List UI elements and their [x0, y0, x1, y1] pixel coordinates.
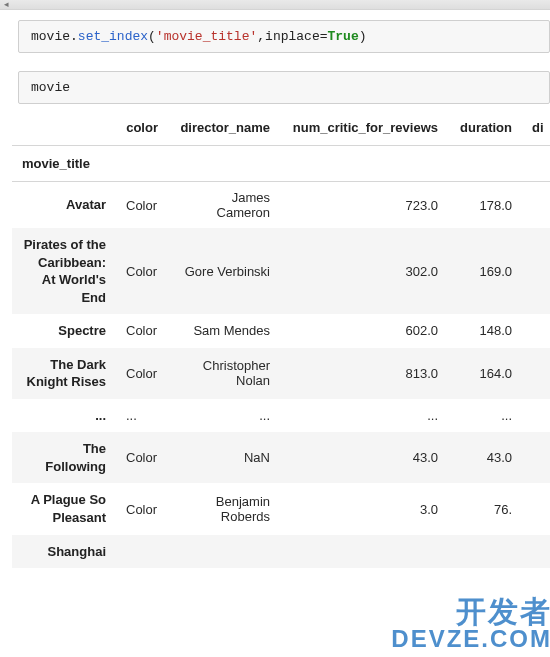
row-index: Avatar	[12, 182, 116, 229]
watermark-cn: 开发者	[391, 597, 550, 627]
cell-director	[168, 535, 280, 569]
col-header: director_name	[168, 110, 280, 146]
index-name-row: movie_title	[12, 146, 550, 182]
cell-color: Color	[116, 483, 168, 534]
cell-critic: 43.0	[280, 432, 448, 483]
col-header: num_critic_for_reviews	[280, 110, 448, 146]
chevron-left-icon: ◂	[4, 0, 9, 9]
cell-color: Color	[116, 228, 168, 314]
cell-critic: 813.0	[280, 348, 448, 399]
dataframe-table: color director_name num_critic_for_revie…	[12, 110, 550, 568]
cell-critic: 723.0	[280, 182, 448, 229]
cell-critic: 602.0	[280, 314, 448, 348]
cell-director: Gore Verbinski	[168, 228, 280, 314]
table-row: Shanghai	[12, 535, 550, 569]
cell-color: Color	[116, 348, 168, 399]
col-header: color	[116, 110, 168, 146]
table-row: Avatar Color James Cameron 723.0 178.0	[12, 182, 550, 229]
cell-director: Sam Mendes	[168, 314, 280, 348]
cell-critic	[280, 535, 448, 569]
table-row: A Plague So Pleasant Color Benjamin Robe…	[12, 483, 550, 534]
cell-critic: ...	[280, 399, 448, 433]
code-cell-show[interactable]: movie	[18, 71, 550, 104]
table-row: Pirates of the Caribbean: At World's End…	[12, 228, 550, 314]
code-arg: 'movie_title'	[156, 29, 257, 44]
watermark-en: DEVZE.COM	[391, 627, 550, 651]
code-kwparam: inplace	[265, 29, 320, 44]
cell-duration: 169.0	[448, 228, 522, 314]
code-cell-set-index[interactable]: movie.set_index('movie_title',inplace=Tr…	[18, 20, 550, 53]
table-row: Spectre Color Sam Mendes 602.0 148.0	[12, 314, 550, 348]
cell-duration: 76.	[448, 483, 522, 534]
watermark: 开发者 DEVZE.COM	[391, 597, 550, 651]
cell-color: Color	[116, 182, 168, 229]
cell-duration: 43.0	[448, 432, 522, 483]
table-row: The Dark Knight Rises Color Christopher …	[12, 348, 550, 399]
row-index: A Plague So Pleasant	[12, 483, 116, 534]
index-name-label: movie_title	[12, 146, 116, 182]
table-row-ellipsis: ... ... ... ... ...	[12, 399, 550, 433]
row-index: The Following	[12, 432, 116, 483]
column-header-row: color director_name num_critic_for_revie…	[12, 110, 550, 146]
row-index: The Dark Knight Rises	[12, 348, 116, 399]
col-header: duration	[448, 110, 522, 146]
code-method: set_index	[78, 29, 148, 44]
cell-duration: 164.0	[448, 348, 522, 399]
dataframe-output: color director_name num_critic_for_revie…	[12, 110, 550, 568]
cell-director: Benjamin Roberds	[168, 483, 280, 534]
cell-duration: 178.0	[448, 182, 522, 229]
cell-critic: 3.0	[280, 483, 448, 534]
cell-color: ...	[116, 399, 168, 433]
cell-color	[116, 535, 168, 569]
col-header-partial: di	[522, 110, 550, 146]
header-blank	[12, 110, 116, 146]
row-index: Spectre	[12, 314, 116, 348]
row-index: ...	[12, 399, 116, 433]
cell-duration: 148.0	[448, 314, 522, 348]
cell-director: Christopher Nolan	[168, 348, 280, 399]
code-object: movie	[31, 29, 70, 44]
cell-duration	[448, 535, 522, 569]
cell-color: Color	[116, 432, 168, 483]
code-kwvalue: True	[328, 29, 359, 44]
cell-director: James Cameron	[168, 182, 280, 229]
cell-color: Color	[116, 314, 168, 348]
cell-duration: ...	[448, 399, 522, 433]
toolbar[interactable]: ◂	[0, 0, 550, 10]
row-index: Shanghai	[12, 535, 116, 569]
row-index: Pirates of the Caribbean: At World's End	[12, 228, 116, 314]
cell-critic: 302.0	[280, 228, 448, 314]
cell-director: NaN	[168, 432, 280, 483]
table-row: The Following Color NaN 43.0 43.0	[12, 432, 550, 483]
cell-director: ...	[168, 399, 280, 433]
code-expr: movie	[31, 80, 70, 95]
